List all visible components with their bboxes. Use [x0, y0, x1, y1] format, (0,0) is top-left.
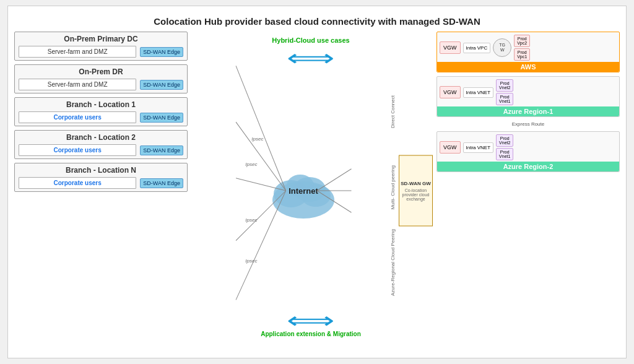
azure1-vnet-stack: ProdVnet2 ProdVnet1 [496, 79, 513, 105]
diagram-wrapper: Colocation Hub provider based cloud conn… [7, 6, 627, 358]
svg-text:Ipsec: Ipsec [245, 258, 257, 264]
aws-vpc-1: ProdVpc1 [514, 48, 530, 61]
branch-1-label: Corporate users [19, 111, 136, 123]
branch-n-title: Branch - Location N [19, 166, 183, 175]
onprem-primary-inner: Server-farm and DMZ SD-WAN Edge [19, 46, 183, 58]
svg-text:Ipsec: Ipsec [251, 136, 263, 142]
multi-cloud-label: Multi- Cloud peering [390, 165, 396, 210]
azure2-vnet-2: ProdVnet2 [496, 134, 513, 147]
branch-n-inner: Corporate users SD-WAN Edge [19, 177, 183, 189]
branch-1-inner: Corporate users SD-WAN Edge [19, 111, 183, 123]
branch-2-inner: Corporate users SD-WAN Edge [19, 144, 183, 156]
diagram-content: On-Prem Primary DC Server-farm and DMZ S… [14, 32, 620, 350]
app-ext-label: Application extension & Migration [261, 331, 361, 337]
azure2-inner: VGW Intra VNET ProdVnet2 ProdVnet1 [437, 132, 619, 162]
left-column: On-Prem Primary DC Server-farm and DMZ S… [14, 32, 188, 350]
direct-connect-label: Direct Connect [390, 95, 396, 128]
internet-cloud: Internet [266, 160, 341, 222]
site-branch-1: Branch - Location 1 Corporate users SD-W… [14, 97, 188, 126]
onprem-primary-title: On-Prem Primary DC [19, 35, 183, 43]
bottom-arrow-block: ⟺ [295, 308, 327, 334]
aws-label: AWS [437, 62, 619, 72]
site-branch-n: Branch - Location N Corporate users SD-W… [14, 163, 188, 192]
middle-column: Hybrid-Cloud use cases ⟺ Internet [188, 32, 434, 350]
azure2-vgw: VGW [440, 141, 461, 154]
branch-1-badge: SD-WAN Edge [140, 113, 183, 123]
branch-1-title: Branch - Location 1 [19, 100, 183, 109]
azure1-inner: VGW Intra VNET ProdVnet2 ProdVnet1 [437, 77, 619, 106]
onprem-primary-label: Server-farm and DMZ [19, 46, 136, 58]
svg-text:Ipsec: Ipsec [245, 162, 257, 167]
site-onprem-dr: On-Prem DR Server-farm and DMZ SD-WAN Ed… [14, 64, 188, 93]
aws-intra-vpc: Intra VPC [463, 43, 491, 53]
aws-tgw: TGW [493, 38, 511, 57]
top-arrow-block: ⟺ [295, 45, 327, 71]
internet-label: Internet [289, 186, 318, 196]
aws-inner: VGW Intra VPC TGW ProdVpc2 ProdVpc1 [437, 32, 619, 62]
branch-2-badge: SD-WAN Edge [140, 145, 183, 155]
aws-vpc-2: ProdVpc2 [514, 35, 530, 47]
svg-text:Ipsec: Ipsec [245, 217, 257, 223]
onprem-dr-inner: Server-farm and DMZ SD-WAN Edge [19, 79, 183, 90]
onprem-dr-badge: SD-WAN Edge [140, 80, 183, 90]
azure1-box: VGW Intra VNET ProdVnet2 ProdVnet1 Azure… [436, 76, 620, 117]
azure1-vgw: VGW [440, 86, 461, 98]
diagram-title: Colocation Hub provider based cloud conn… [14, 12, 620, 32]
aws-box: VGW Intra VPC TGW ProdVpc2 ProdVpc1 AWS [436, 32, 620, 72]
azure1-vnet-2: ProdVnet2 [496, 79, 513, 92]
aws-vgw: VGW [440, 41, 461, 54]
sdwan-center-box: SD-WAN GW Co-location provider cloud exc… [399, 155, 433, 227]
site-branch-2: Branch - Location 2 Corporate users SD-W… [14, 130, 188, 159]
right-column: VGW Intra VPC TGW ProdVpc2 ProdVpc1 AWS … [434, 32, 620, 350]
express-route-label: Express Route [436, 121, 620, 128]
azure2-box: VGW Intra VNET ProdVnet2 ProdVnet1 Azure… [436, 131, 620, 172]
azure-regional-label: Azure-Regional Cloud Peering [390, 229, 396, 296]
hybrid-cloud-label: Hybrid-Cloud use cases [272, 37, 349, 44]
azure2-vnet-stack: ProdVnet2 ProdVnet1 [496, 134, 513, 160]
aws-vpc-stack: ProdVpc2 ProdVpc1 [514, 35, 530, 61]
branch-2-label: Corporate users [19, 144, 136, 156]
azure2-vnet-1: ProdVnet1 [496, 148, 513, 160]
azure1-vnet-1: ProdVnet1 [496, 93, 513, 105]
onprem-dr-title: On-Prem DR [19, 67, 183, 76]
onprem-primary-badge: SD-WAN Edge [140, 47, 183, 57]
azure2-intra-vnet: Intra VNET [463, 142, 494, 153]
onprem-dr-label: Server-farm and DMZ [19, 79, 136, 90]
site-onprem-primary: On-Prem Primary DC Server-farm and DMZ S… [14, 32, 188, 61]
azure1-intra-vnet: Intra VNET [463, 87, 494, 98]
branch-n-badge: SD-WAN Edge [140, 178, 183, 188]
azure1-label: Azure Region-1 [437, 106, 619, 116]
middle-content: Hybrid-Cloud use cases ⟺ Internet [188, 32, 434, 350]
sdwan-gw-label: SD-WAN GW [401, 181, 430, 186]
sdwan-colocation-label: Co-location provider cloud exchange [401, 188, 431, 201]
branch-2-title: Branch - Location 2 [19, 133, 183, 142]
azure2-label: Azure Region-2 [437, 162, 619, 171]
branch-n-label: Corporate users [19, 177, 136, 189]
